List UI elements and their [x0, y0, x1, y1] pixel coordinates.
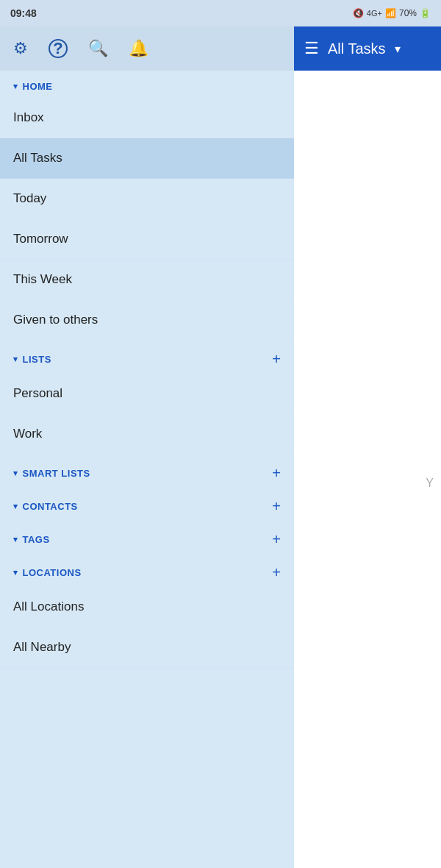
sim-icon: 🔇 [353, 8, 364, 18]
lists-section-label: ▾ LISTS [13, 354, 51, 365]
battery-icon: 🔋 [420, 8, 431, 18]
locations-add-button[interactable]: + [272, 564, 281, 581]
sidebar-item-tomorrow[interactable]: Tomorrow [0, 219, 294, 260]
dropdown-icon[interactable]: ▾ [395, 42, 401, 56]
battery-percent: 70% [399, 8, 417, 18]
smart-lists-chevron-icon[interactable]: ▾ [13, 469, 18, 478]
locations-section-label: ▾ LOCATIONS [13, 567, 82, 578]
home-section-header: ▾ HOME [0, 71, 294, 98]
toolbar: ⚙ ? 🔍 🔔 ☰ All Tasks ▾ [0, 26, 441, 71]
status-time: 09:48 [10, 7, 37, 19]
contacts-chevron-icon[interactable]: ▾ [13, 502, 18, 511]
smart-lists-section-label: ▾ SMART LISTS [13, 468, 90, 479]
main-area: ▾ HOME Inbox All Tasks Today Tomorrow Th… [0, 71, 441, 868]
lists-chevron-icon[interactable]: ▾ [13, 355, 18, 364]
bell-icon[interactable]: 🔔 [129, 39, 148, 58]
sidebar-item-personal[interactable]: Personal [0, 374, 294, 414]
sidebar-item-this-week[interactable]: This Week [0, 260, 294, 300]
sidebar-item-given-to-others[interactable]: Given to others [0, 300, 294, 341]
smart-lists-add-button[interactable]: + [272, 465, 281, 482]
lists-add-button[interactable]: + [272, 351, 281, 368]
home-chevron-icon[interactable]: ▾ [13, 82, 18, 91]
sidebar-item-all-tasks[interactable]: All Tasks [0, 138, 294, 179]
network-icon: 4G+ [367, 9, 382, 18]
contacts-add-button[interactable]: + [272, 498, 281, 515]
sidebar-item-today[interactable]: Today [0, 179, 294, 219]
sidebar: ▾ HOME Inbox All Tasks Today Tomorrow Th… [0, 71, 294, 868]
contacts-section-header: ▾ CONTACTS + [0, 488, 294, 521]
signal-bars: 📶 [385, 8, 396, 18]
sidebar-item-inbox[interactable]: Inbox [0, 98, 294, 138]
tags-section-label: ▾ TAGS [13, 534, 50, 545]
locations-chevron-icon[interactable]: ▾ [13, 568, 18, 577]
search-icon[interactable]: 🔍 [88, 39, 108, 58]
sidebar-item-work[interactable]: Work [0, 414, 294, 455]
help-icon[interactable]: ? [49, 39, 68, 58]
tags-section-header: ▾ TAGS + [0, 521, 294, 554]
sidebar-item-all-nearby[interactable]: All Nearby [0, 627, 294, 668]
home-section-label: ▾ HOME [13, 81, 53, 92]
toolbar-left: ⚙ ? 🔍 🔔 [0, 26, 294, 71]
right-panel-hint: Y [418, 469, 441, 497]
status-icons: 🔇 4G+ 📶 70% 🔋 [353, 8, 431, 18]
right-panel: Y [294, 71, 441, 868]
tags-add-button[interactable]: + [272, 531, 281, 548]
smart-lists-section-header: ▾ SMART LISTS + [0, 455, 294, 488]
toolbar-right: ☰ All Tasks ▾ [294, 26, 441, 71]
sidebar-item-all-locations[interactable]: All Locations [0, 587, 294, 627]
contacts-section-label: ▾ CONTACTS [13, 501, 78, 512]
toolbar-title: All Tasks [328, 40, 386, 57]
lists-section-header: ▾ LISTS + [0, 341, 294, 374]
status-bar: 09:48 🔇 4G+ 📶 70% 🔋 [0, 0, 441, 26]
locations-section-header: ▾ LOCATIONS + [0, 554, 294, 587]
menu-icon[interactable]: ☰ [304, 39, 319, 58]
settings-icon[interactable]: ⚙ [13, 39, 28, 58]
tags-chevron-icon[interactable]: ▾ [13, 535, 18, 544]
